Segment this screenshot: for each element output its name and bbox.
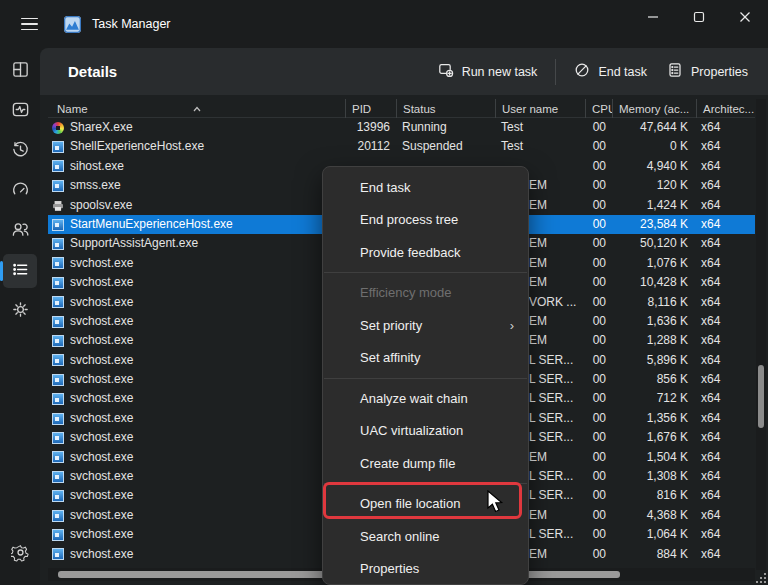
- cell-name: StartMenuExperienceHost.exe: [48, 215, 345, 234]
- sidebar-item-settings[interactable]: [3, 537, 37, 571]
- menu-item-analyze-wait-chain[interactable]: Analyze wait chain: [323, 382, 528, 415]
- table-row[interactable]: ShellExperienceHost.exe20112SuspendedTes…: [48, 137, 755, 156]
- process-name: svchost.exe: [70, 409, 133, 428]
- vertical-scrollbar-thumb[interactable]: [758, 365, 764, 428]
- cell-memory: 10,428 K: [612, 273, 696, 292]
- menu-item-open-file-location[interactable]: Open file location: [323, 488, 528, 521]
- sidebar-item-processes[interactable]: [3, 54, 37, 88]
- window-app-icon: [52, 219, 64, 231]
- cell-architecture: x64: [696, 467, 755, 486]
- run-new-task-button[interactable]: Run new task: [428, 56, 548, 87]
- cell-memory: 4,940 K: [612, 157, 696, 176]
- column-header-user-name[interactable]: User name: [495, 99, 585, 118]
- column-header-status[interactable]: Status: [396, 99, 495, 118]
- services-icon: [11, 300, 30, 323]
- menu-item-properties[interactable]: Properties: [323, 553, 528, 585]
- close-button[interactable]: [722, 0, 768, 34]
- menu-item-create-dump-file[interactable]: Create dump file: [323, 447, 528, 480]
- cell-cpu: 00: [585, 409, 612, 428]
- cell-cpu: 00: [585, 137, 612, 156]
- cell-cpu: 00: [585, 370, 612, 389]
- cell-user-name: Test: [495, 137, 585, 156]
- process-name: svchost.exe: [70, 448, 133, 467]
- window-app-icon: [52, 413, 64, 425]
- properties-button[interactable]: Properties: [657, 56, 758, 87]
- task-manager-window: Task Manager Details Run new taskEnd tas…: [0, 0, 768, 585]
- process-name: svchost.exe: [70, 467, 133, 486]
- button-label: Properties: [691, 65, 748, 79]
- menu-item-provide-feedback[interactable]: Provide feedback: [323, 236, 528, 269]
- column-header-name[interactable]: Name: [48, 99, 345, 118]
- menu-item-set-priority[interactable]: Set priority›: [323, 309, 528, 342]
- column-header-architec[interactable]: Architec...: [696, 99, 755, 118]
- menu-item-label: End task: [360, 180, 411, 195]
- sidebar-item-performance[interactable]: [3, 94, 37, 128]
- cell-cpu: 00: [585, 486, 612, 505]
- cell-cpu: 00: [585, 234, 612, 253]
- sidebar-item-users[interactable]: [3, 214, 37, 248]
- column-header-cpu[interactable]: CPU: [585, 99, 612, 118]
- cell-architecture: x64: [696, 370, 755, 389]
- process-name: svchost.exe: [70, 428, 133, 447]
- window-app-icon: [52, 510, 64, 522]
- navigation-menu-button[interactable]: [12, 9, 46, 39]
- window-app-icon: [52, 490, 64, 502]
- menu-item-set-affinity[interactable]: Set affinity: [323, 342, 528, 375]
- window-app-icon: [52, 354, 64, 366]
- menu-item-end-process-tree[interactable]: End process tree: [323, 204, 528, 237]
- cell-architecture: x64: [696, 234, 755, 253]
- vertical-scrollbar[interactable]: [756, 99, 766, 570]
- process-name: svchost.exe: [70, 370, 133, 389]
- menu-item-label: Open file location: [360, 496, 460, 511]
- cell-memory: 712 K: [612, 389, 696, 408]
- cell-architecture: x64: [696, 409, 755, 428]
- page-title: Details: [68, 63, 117, 80]
- cell-name: svchost.exe: [48, 331, 345, 350]
- cell-architecture: x64: [696, 157, 755, 176]
- sidebar-item-app-history[interactable]: [3, 134, 37, 168]
- menu-item-end-task[interactable]: End task: [323, 171, 528, 204]
- process-name: SupportAssistAgent.exe: [70, 234, 198, 253]
- cell-memory: 8,116 K: [612, 293, 696, 312]
- cell-name: svchost.exe: [48, 545, 345, 564]
- column-header-memory-ac[interactable]: Memory (ac...: [612, 99, 696, 118]
- window-app-icon: [52, 432, 64, 444]
- menu-item-label: Set affinity: [360, 350, 420, 365]
- column-header-pid[interactable]: PID: [345, 99, 396, 118]
- cell-name: svchost.exe: [48, 312, 345, 331]
- column-label: Architec...: [703, 103, 754, 115]
- cell-architecture: x64: [696, 118, 755, 137]
- cell-pid: 13996: [345, 118, 396, 137]
- process-name: sihost.exe: [70, 157, 124, 176]
- menu-separator: [324, 272, 527, 273]
- cell-architecture: x64: [696, 351, 755, 370]
- cell-cpu: 00: [585, 176, 612, 195]
- maximize-button[interactable]: [676, 0, 722, 34]
- column-label: User name: [502, 103, 558, 115]
- window-app-icon: [52, 374, 64, 386]
- sidebar-item-services[interactable]: [3, 294, 37, 328]
- cell-memory: 1,288 K: [612, 331, 696, 350]
- cell-cpu: 00: [585, 215, 612, 234]
- cell-architecture: x64: [696, 331, 755, 350]
- cell-name: SupportAssistAgent.exe: [48, 234, 345, 253]
- menu-item-label: Properties: [360, 561, 419, 576]
- menu-item-search-online[interactable]: Search online: [323, 520, 528, 553]
- resize-grip[interactable]: [754, 571, 767, 584]
- details-icon: [11, 260, 30, 283]
- sidebar-item-startup-apps[interactable]: [3, 174, 37, 208]
- cell-name: svchost.exe: [48, 254, 345, 273]
- process-name: smss.exe: [70, 176, 121, 195]
- cell-name: svchost.exe: [48, 389, 345, 408]
- sidebar-item-details[interactable]: [3, 254, 37, 288]
- menu-item-uac-virtualization[interactable]: UAC virtualization: [323, 415, 528, 448]
- cell-cpu: 00: [585, 506, 612, 525]
- cell-name: svchost.exe: [48, 409, 345, 428]
- table-row[interactable]: ShareX.exe13996RunningTest0047,644 Kx64: [48, 118, 755, 137]
- performance-icon: [11, 100, 30, 123]
- minimize-button[interactable]: [630, 0, 676, 34]
- cell-memory: 120 K: [612, 176, 696, 195]
- end-task-button[interactable]: End task: [564, 56, 657, 87]
- window-app-icon: [52, 277, 64, 289]
- cell-cpu: 00: [585, 331, 612, 350]
